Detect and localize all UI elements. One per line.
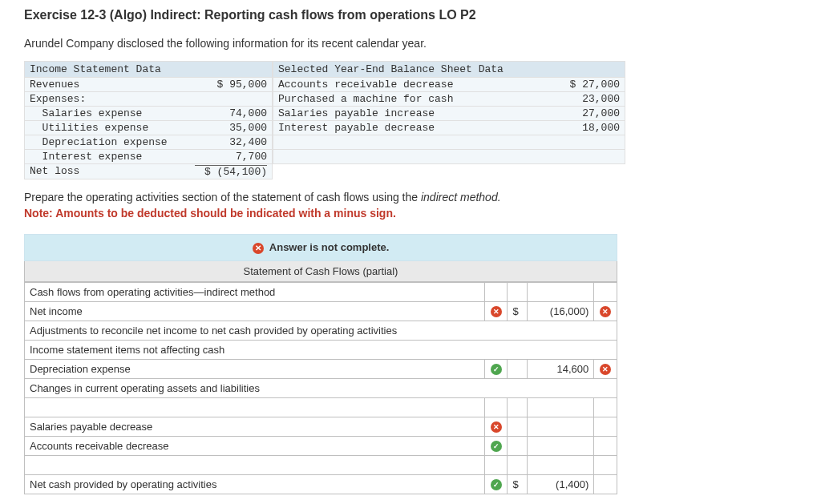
value-mark-cell (594, 417, 617, 436)
desc-cell: Net cash provided by operating activitie… (25, 474, 485, 494)
table-row (25, 397, 617, 417)
table-row: Net cash provided by operating activitie… (25, 474, 617, 494)
value-cell[interactable]: 14,600 (527, 359, 594, 378)
worksheet-table: Cash flows from operating activities—ind… (24, 282, 617, 494)
currency-cell (508, 417, 527, 436)
x-icon: ✕ (491, 306, 502, 317)
table-row: Accounts receivable decrease$ 27,000 (273, 78, 625, 92)
value-cell[interactable] (527, 455, 594, 474)
value-cell[interactable] (527, 397, 594, 417)
value-cell[interactable] (527, 282, 594, 301)
statement-header: Statement of Cash Flows (partial) (24, 261, 617, 282)
desc-cell[interactable]: Depreciation expense (25, 359, 485, 378)
desc-cell[interactable] (25, 455, 485, 474)
mark-cell (484, 282, 508, 301)
table-row (25, 455, 617, 474)
value-cell[interactable]: (16,000) (527, 301, 594, 321)
value-mark-cell (594, 397, 617, 417)
value-mark-cell (594, 282, 617, 301)
net-loss-row: Net loss$ (54,100) (24, 164, 273, 179)
value-cell[interactable] (527, 436, 594, 455)
desc-cell[interactable] (25, 397, 485, 417)
desc-cell: Adjustments to reconcile net income to n… (25, 321, 617, 340)
value-mark-cell: ✕ (594, 301, 617, 321)
instruction-text: Prepare the operating activities section… (24, 191, 797, 204)
table-row: Net income ✕ $ (16,000) ✕ (25, 301, 617, 321)
currency-cell (508, 436, 527, 455)
balance-sheet-header: Selected Year-End Balance Sheet Data (273, 61, 625, 78)
table-row: Adjustments to reconcile net income to n… (25, 321, 617, 340)
desc-cell: Income statement items not affecting cas… (25, 340, 617, 359)
table-row: Depreciation expense32,400 (24, 135, 273, 150)
desc-cell[interactable]: Accounts receivable decrease (25, 436, 485, 455)
x-icon: ✕ (600, 364, 611, 375)
table-row (273, 135, 625, 150)
table-row: Revenues$ 95,000 (24, 78, 273, 92)
currency-cell: $ (508, 474, 527, 494)
check-icon: ✓ (491, 479, 502, 490)
note-text: Note: Amounts to be deducted should be i… (24, 207, 797, 220)
income-statement-column: Income Statement Data Revenues$ 95,000 E… (24, 61, 273, 179)
mark-cell (484, 455, 508, 474)
desc-cell[interactable]: Salaries payable decrease (25, 417, 485, 436)
currency-cell (508, 397, 527, 417)
table-row: Depreciation expense ✓ 14,600 ✕ (25, 359, 617, 378)
intro-text: Arundel Company disclosed the following … (24, 37, 797, 50)
x-icon: ✕ (600, 306, 611, 317)
check-icon: ✓ (491, 364, 502, 375)
value-mark-cell: ✕ (594, 359, 617, 378)
currency-cell (508, 455, 527, 474)
answer-status-banner: ✕ Answer is not complete. (24, 234, 617, 261)
table-row: Salaries payable decrease ✕ (25, 417, 617, 436)
answer-block: ✕ Answer is not complete. Statement of C… (24, 234, 617, 494)
x-icon: ✕ (491, 421, 502, 433)
answer-status-text: Answer is not complete. (269, 241, 390, 253)
table-row: Utilities expense35,000 (24, 121, 273, 135)
table-row: Accounts receivable decrease ✓ (25, 436, 617, 455)
value-mark-cell (594, 436, 617, 455)
currency-cell (508, 359, 527, 378)
table-row: Purchased a machine for cash23,000 (273, 92, 625, 107)
currency-cell (508, 282, 527, 301)
mark-cell: ✕ (484, 301, 508, 321)
value-mark-cell (594, 455, 617, 474)
mark-cell: ✓ (484, 436, 508, 455)
exercise-title: Exercise 12-3 (Algo) Indirect: Reporting… (24, 8, 797, 22)
table-row (273, 150, 625, 164)
table-row: Cash flows from operating activities—ind… (25, 282, 617, 301)
balance-sheet-column: Selected Year-End Balance Sheet Data Acc… (273, 61, 625, 179)
table-row: Changes in current operating assets and … (25, 378, 617, 397)
value-mark-cell (594, 474, 617, 494)
desc-cell[interactable]: Net income (25, 301, 485, 321)
desc-cell: Changes in current operating assets and … (25, 378, 617, 397)
table-row: Expenses: (24, 92, 273, 107)
mark-cell: ✓ (484, 474, 508, 494)
mark-cell: ✕ (484, 417, 508, 436)
check-icon: ✓ (491, 441, 502, 452)
table-row: Income statement items not affecting cas… (25, 340, 617, 359)
x-icon: ✕ (253, 243, 264, 254)
currency-cell: $ (508, 301, 527, 321)
mark-cell: ✓ (484, 359, 508, 378)
value-cell: (1,400) (527, 474, 594, 494)
income-statement-header: Income Statement Data (24, 61, 273, 78)
mark-cell (484, 397, 508, 417)
desc-cell[interactable]: Cash flows from operating activities—ind… (25, 282, 485, 301)
table-row: Interest payable decrease18,000 (273, 121, 625, 135)
table-row: Salaries expense74,000 (24, 107, 273, 121)
table-row: Interest expense7,700 (24, 150, 273, 164)
data-tables-container: Income Statement Data Revenues$ 95,000 E… (24, 61, 797, 179)
value-cell[interactable] (527, 417, 594, 436)
table-row: Salaries payable increase27,000 (273, 107, 625, 121)
